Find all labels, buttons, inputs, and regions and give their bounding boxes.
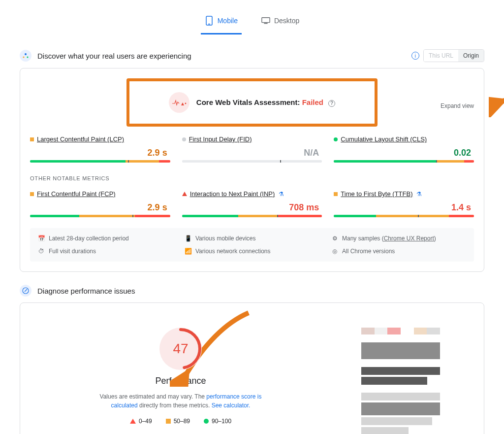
device-tabs: Mobile Desktop xyxy=(20,0,484,36)
metric-fcp-value: 2.9 s xyxy=(30,202,170,213)
mobile-icon xyxy=(205,16,214,25)
status-dot-fcp xyxy=(30,192,34,196)
metric-ttfb: Time to First Byte (TTFB) ⚗ 1.4 s xyxy=(334,190,474,217)
footer-samples: ⚙Many samples (Chrome UX Report) xyxy=(331,235,466,242)
metric-inp-value: 708 ms xyxy=(182,202,322,213)
diagnose-icon xyxy=(20,285,32,297)
metric-lcp-name[interactable]: Largest Contentful Paint (LCP) xyxy=(37,135,124,143)
help-icon[interactable]: ? xyxy=(328,100,335,107)
metric-cls-bar xyxy=(334,160,474,163)
annotation-arrow-1 xyxy=(489,88,504,117)
footer-networks: 📶Various network connections xyxy=(185,248,319,255)
other-metrics-label: OTHER NOTABLE METRICS xyxy=(30,175,474,181)
metric-cls-name[interactable]: Cumulative Layout Shift (CLS) xyxy=(341,135,427,143)
diagnose-title: Diagnose performance issues xyxy=(37,287,135,295)
performance-label: Performance xyxy=(42,376,319,386)
tab-mobile[interactable]: Mobile xyxy=(203,12,240,29)
metric-inp-bar xyxy=(182,215,322,217)
status-dot-inp xyxy=(182,192,187,196)
metric-inp-name[interactable]: Interaction to Next Paint (INP) xyxy=(190,190,275,198)
collection-footer: 📅Latest 28-day collection period 📱Variou… xyxy=(30,228,474,262)
samples-icon: ⚙ xyxy=(331,235,338,242)
metric-cls: Cumulative Layout Shift (CLS) 0.02 xyxy=(334,135,474,163)
discover-head: Discover what your real users are experi… xyxy=(20,49,484,62)
svg-rect-1 xyxy=(208,24,210,25)
footer-period: 📅Latest 28-day collection period xyxy=(38,235,173,242)
metric-fcp-bar xyxy=(30,215,170,217)
status-dot-cls xyxy=(334,137,338,141)
experimental-icon: ⚗ xyxy=(416,191,422,198)
field-data-card: Core Web Vitals Assessment: Failed ? Exp… xyxy=(20,68,484,272)
devices-icon: 📱 xyxy=(185,235,191,242)
see-calculator-link[interactable]: See calculator. xyxy=(212,402,251,409)
svg-point-6 xyxy=(27,56,28,58)
info-icon[interactable]: i xyxy=(411,52,419,60)
status-dot-ttfb xyxy=(334,192,338,196)
metric-fcp: First Contentful Paint (FCP) 2.9 s xyxy=(30,190,170,217)
legend-low-icon xyxy=(130,419,136,424)
metric-ttfb-bar xyxy=(334,215,474,217)
performance-description: Values are estimated and may vary. The p… xyxy=(92,392,269,410)
cwv-status-icon xyxy=(169,92,189,113)
tab-desktop[interactable]: Desktop xyxy=(259,12,301,29)
performance-gauge: 47 xyxy=(159,328,202,370)
svg-point-4 xyxy=(25,53,27,55)
cwv-assessment: Core Web Vitals Assessment: Failed ? xyxy=(126,78,378,127)
metric-ttfb-value: 1.4 s xyxy=(334,202,474,213)
metric-fid-bar xyxy=(182,160,322,163)
metric-ttfb-name[interactable]: Time to First Byte (TTFB) xyxy=(341,190,412,198)
wifi-icon: 📶 xyxy=(185,248,191,255)
discover-title: Discover what your real users are experi… xyxy=(37,52,191,60)
performance-score: 47 xyxy=(159,328,202,370)
metric-fid-name[interactable]: First Input Delay (FID) xyxy=(189,135,252,143)
crux-link[interactable]: Chrome UX Report xyxy=(384,235,434,242)
metric-fid: First Input Delay (FID) N/A xyxy=(182,135,322,163)
toggle-this-url[interactable]: This URL xyxy=(424,50,458,62)
lab-data-card: 47 Performance Values are estimated and … xyxy=(20,302,484,434)
clock-icon: ⏱ xyxy=(38,248,45,255)
discover-icon xyxy=(20,50,32,62)
status-dot-fid xyxy=(182,137,186,141)
svg-point-5 xyxy=(23,56,24,58)
tab-mobile-label: Mobile xyxy=(218,17,238,25)
score-legend: 0–49 50–89 90–100 xyxy=(42,418,319,425)
svg-point-7 xyxy=(185,103,186,104)
diagnose-head: Diagnose performance issues xyxy=(20,285,484,297)
svg-rect-2 xyxy=(262,18,270,23)
calendar-icon: 📅 xyxy=(38,235,45,242)
footer-durations: ⏱Full visit durations xyxy=(38,248,173,255)
metric-lcp-value: 2.9 s xyxy=(30,148,170,158)
svg-rect-3 xyxy=(264,23,267,24)
legend-high-icon xyxy=(204,419,209,424)
url-origin-toggle: This URL Origin xyxy=(423,49,484,62)
metric-fcp-name[interactable]: First Contentful Paint (FCP) xyxy=(37,190,116,198)
metric-lcp: Largest Contentful Paint (LCP) 2.9 s xyxy=(30,135,170,163)
experimental-icon: ⚗ xyxy=(279,191,284,198)
chrome-icon: ◎ xyxy=(331,248,338,255)
footer-devices: 📱Various mobile devices xyxy=(185,235,319,242)
status-dot-lcp xyxy=(30,137,34,141)
footer-versions: ◎All Chrome versions xyxy=(331,248,466,255)
legend-mid-icon xyxy=(166,419,171,424)
metric-inp: Interaction to Next Paint (INP) ⚗ 708 ms xyxy=(182,190,322,217)
metric-lcp-bar xyxy=(30,160,170,163)
expand-view[interactable]: Expand view xyxy=(441,102,474,109)
metric-fid-value: N/A xyxy=(182,148,322,158)
tab-desktop-label: Desktop xyxy=(274,17,299,25)
desktop-icon xyxy=(261,16,270,25)
page-preview xyxy=(361,328,440,434)
cwv-label: Core Web Vitals Assessment: xyxy=(196,98,302,106)
metric-cls-value: 0.02 xyxy=(334,148,474,158)
cwv-status: Failed xyxy=(302,98,323,106)
toggle-origin[interactable]: Origin xyxy=(458,50,484,62)
